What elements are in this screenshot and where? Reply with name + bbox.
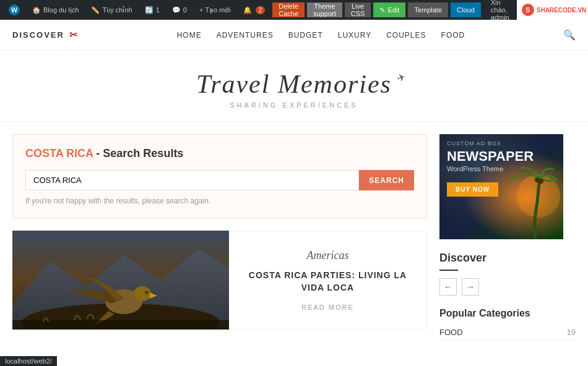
theme-support-button[interactable]: Theme support [307,2,342,17]
menu-couples[interactable]: COUPLES [386,31,426,40]
menu-home[interactable]: HOME [177,31,202,40]
next-arrow-button[interactable]: → [462,278,479,296]
main-content: COSTA RICA - Search Results SEARCH If yo… [12,134,439,352]
ad-custom-label: CUSTOM AD BOX [447,140,556,147]
sidebar-ad[interactable]: CUSTOM AD BOX NEWSPAPER WordPress Theme … [439,134,563,239]
search-button[interactable]: SEARCH [359,170,414,190]
article-title: COSTA RICA PARTIES: LIVING LA VIDA LOCA [241,270,414,294]
menu-food[interactable]: FOOD [441,31,465,40]
template-button[interactable]: Template [408,2,448,17]
category-food[interactable]: FOOD 19 [439,325,576,340]
sidebar-discover-title: Discover [439,252,576,265]
sidebar: CUSTOM AD BOX NEWSPAPER WordPress Theme … [439,134,576,352]
site-brand: DISCOVER ✂ [12,29,79,41]
sharecode-icon: S [522,4,534,16]
svg-rect-8 [12,320,229,330]
comments-btn[interactable]: 💬 0 [167,0,192,20]
main-layout: COSTA RICA - Search Results SEARCH If yo… [0,122,588,365]
site-header: Travel Memories SHARING EXPERIENCES [0,51,588,122]
customize-btn[interactable]: ✏️ Tùy chỉnh [86,0,137,20]
search-input[interactable] [25,170,359,190]
article-image[interactable] [12,231,229,330]
search-hint: If you're not happy with the results, pl… [25,197,414,205]
search-term-highlight: COSTA RICA [25,147,93,160]
live-css-button[interactable]: Live CSS [345,2,371,17]
category-food-label: FOOD [439,328,463,337]
site-title: Travel Memories [196,69,392,99]
status-bar: localhost/web2/ [0,356,57,366]
scissors-icon: ✂ [69,29,79,41]
menu-budget[interactable]: BUDGET [288,31,323,40]
article-card: Americas COSTA RICA PARTIES: LIVING LA V… [12,231,427,330]
article-category: Americas [307,249,349,262]
ad-buy-button[interactable]: BUY NOW [447,182,498,197]
wp-icon: W [9,4,20,15]
top-nav: DISCOVER ✂ HOME ADVENTURES BUDGET LUXURY… [0,20,588,51]
site-tagline: SHARING EXPERIENCES [0,101,588,109]
svg-point-7 [146,292,147,293]
main-menu: HOME ADVENTURES BUDGET LUXURY COUPLES FO… [177,31,465,40]
new-post-btn[interactable]: + Tạo mới [194,0,236,20]
customize-icon: ✏️ [91,6,100,14]
ad-content: CUSTOM AD BOX NEWSPAPER WordPress Theme … [439,134,563,203]
cloud-button[interactable]: Cloud [451,2,481,17]
ad-subtitle: WordPress Theme [447,165,556,172]
edit-icon: ✎ [379,6,385,14]
status-url: localhost/web2/ [5,357,52,365]
sidebar-divider [439,270,458,271]
read-more-link[interactable]: READ MORE [301,304,354,311]
search-form: SEARCH [25,170,414,190]
wp-logo[interactable]: W [4,0,25,20]
discover-label: DISCOVER [12,30,64,40]
prev-arrow-button[interactable]: ← [439,278,457,296]
search-results-title: COSTA RICA - Search Results [25,147,414,160]
blog-icon: 🏠 [32,6,41,14]
svg-point-4 [134,286,151,301]
admin-greeting: Xin chào, admin [486,0,514,21]
popular-categories-title: Popular Categories [439,308,576,319]
sidebar-popular-categories: Popular Categories FOOD 19 [439,308,576,340]
comment-icon: 💬 [172,6,181,14]
edit-button[interactable]: ✎ Edit [373,2,405,17]
notification-icon: 🔔 [243,6,252,14]
delete-cache-button[interactable]: Delete Cache [272,2,305,17]
sharecode-logo[interactable]: S SHARECODE.VN [517,0,588,20]
sidebar-discover: Discover ← → [439,252,576,296]
search-results-box: COSTA RICA - Search Results SEARCH If yo… [12,134,427,218]
update-btn[interactable]: 🔄 1 [140,0,165,20]
admin-bar: W 🏠 Blog du lịch ✏️ Tùy chỉnh 🔄 1 💬 0 + … [0,0,588,20]
sidebar-nav-buttons: ← → [439,278,576,296]
category-food-count: 19 [567,328,576,337]
eagle-illustration [12,231,229,330]
notifications-btn[interactable]: 🔔 2 [238,0,270,20]
menu-luxury[interactable]: LUXURY [338,31,371,40]
search-icon[interactable]: 🔍 [563,29,576,41]
menu-adventures[interactable]: ADVENTURES [217,31,274,40]
blog-du-lich[interactable]: 🏠 Blog du lịch [27,0,84,20]
update-icon: 🔄 [145,6,153,14]
ad-title: NEWSPAPER [447,149,556,164]
article-info: Americas COSTA RICA PARTIES: LIVING LA V… [229,231,427,330]
